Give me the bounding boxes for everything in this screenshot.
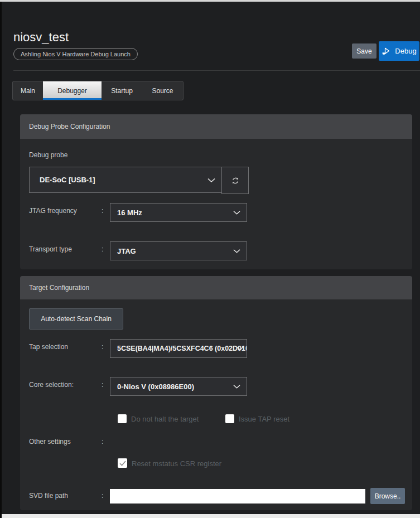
launch-type-badge: Ashling Nios V Hardware Debug Launch (13, 48, 138, 60)
window-left-edge (0, 2, 2, 518)
tap-selection-colon: : (102, 343, 103, 351)
other-settings-colon: : (102, 438, 103, 446)
target-configuration-section: Target Configuration Auto-detect Scan Ch… (20, 276, 412, 510)
core-selection-select[interactable]: 0-Nios V (0x08986E00) (110, 377, 247, 396)
window-top-edge (0, 0, 420, 2)
target-section-title: Target Configuration (29, 284, 89, 292)
transport-type-select[interactable]: JTAG (110, 241, 247, 260)
chevron-down-icon (233, 247, 240, 255)
checkmark-icon (119, 461, 126, 466)
target-section-header: Target Configuration (20, 276, 412, 299)
jtag-frequency-colon: : (102, 207, 103, 215)
jtag-frequency-label: JTAG frequency (29, 207, 77, 215)
tap-selection-select[interactable]: 5CSE(BA4|MA4)/5CSXFC4C6 (0x02D010 (110, 339, 247, 358)
chevron-down-icon (207, 176, 215, 184)
debug-probe-section-title: Debug Probe Configuration (29, 123, 110, 130)
active-tab-underline (43, 98, 102, 100)
launch-config-window: niosv_test Ashling Nios V Hardware Debug… (0, 0, 420, 518)
browse-button-label: Browse.. (375, 492, 401, 500)
issue-tap-reset-label: Issue TAP reset (239, 415, 289, 423)
header-divider (13, 70, 420, 71)
debug-probe-label: Debug probe (29, 151, 67, 159)
horizontal-scrollbar[interactable] (2, 514, 420, 518)
browse-button[interactable]: Browse.. (370, 488, 405, 504)
chevron-down-icon (236, 345, 244, 352)
chevron-down-icon (233, 383, 240, 391)
transport-type-colon: : (102, 245, 103, 253)
jtag-frequency-select[interactable]: 16 MHz (110, 203, 247, 222)
auto-detect-label: Auto-detect Scan Chain (41, 315, 112, 323)
svd-file-path-input[interactable] (110, 489, 365, 504)
other-settings-label: Other settings (29, 438, 71, 446)
core-selection-value: 0-Nios V (0x08986E00) (117, 383, 194, 391)
tab-source[interactable]: Source (142, 81, 183, 100)
issue-tap-reset-checkbox[interactable] (225, 414, 234, 423)
core-selection-label: Core selection: (29, 381, 74, 389)
transport-type-value: JTAG (117, 247, 136, 255)
debug-probe-section-header: Debug Probe Configuration (20, 114, 412, 139)
debug-play-with-bug-icon (382, 46, 391, 56)
do-not-halt-label: Do not halt the target (131, 415, 199, 423)
svd-file-path-label: SVD file path (29, 492, 68, 500)
save-button[interactable]: Save (352, 43, 376, 59)
tab-debugger[interactable]: Debugger (43, 81, 102, 100)
chevron-down-icon (233, 209, 240, 217)
debug-probe-section-body: Debug probe DE-SoC [USB-1] JTAG fre (20, 139, 412, 269)
save-button-label: Save (356, 47, 371, 55)
auto-detect-scan-chain-button[interactable]: Auto-detect Scan Chain (29, 308, 123, 330)
debug-probe-value: DE-SoC [USB-1] (40, 176, 95, 184)
tab-debugger-label: Debugger (57, 87, 87, 95)
tab-startup[interactable]: Startup (102, 81, 142, 100)
tab-source-label: Source (152, 87, 173, 95)
tab-bar: Main Debugger Startup Source (12, 81, 184, 100)
tap-selection-value: 5CSE(BA4|MA4)/5CSXFC4C6 (0x02D010 (117, 345, 247, 352)
refresh-sync-icon (230, 176, 240, 186)
page-title: niosv_test (13, 30, 69, 45)
transport-type-label: Transport type (29, 245, 72, 253)
reset-mstatus-checkbox[interactable] (118, 458, 127, 468)
reset-mstatus-label: Reset mstatus CSR register (132, 459, 221, 468)
tab-main[interactable]: Main (13, 81, 43, 100)
svd-file-path-colon: : (102, 492, 103, 500)
jtag-frequency-value: 16 MHz (117, 209, 142, 217)
debug-button-label: Debug (395, 47, 416, 55)
target-section-body: Auto-detect Scan Chain Tap selection : 5… (20, 299, 412, 510)
refresh-probes-button[interactable] (221, 167, 249, 194)
tab-startup-label: Startup (111, 87, 133, 95)
do-not-halt-checkbox[interactable] (118, 414, 127, 423)
tap-selection-label: Tap selection (29, 343, 68, 351)
debug-button[interactable]: Debug (379, 41, 419, 61)
debug-probe-select[interactable]: DE-SoC [USB-1] (29, 167, 222, 193)
core-selection-colon: : (102, 381, 103, 389)
debug-probe-configuration-section: Debug Probe Configuration Debug probe DE… (20, 114, 412, 269)
tab-main-label: Main (21, 87, 35, 95)
